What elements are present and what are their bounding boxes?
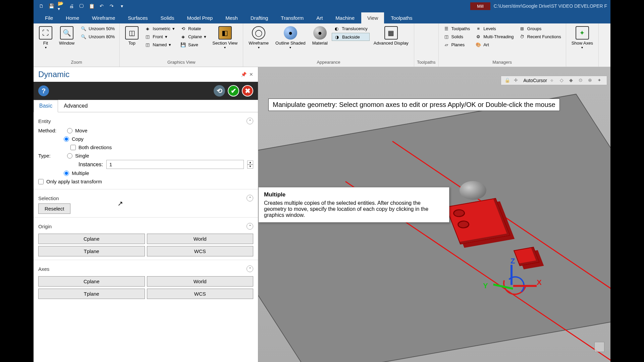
entity-collapse-icon[interactable]: ⌃ (247, 118, 253, 124)
cancel-button[interactable]: ✖ (242, 85, 253, 97)
axes-wcs-button[interactable]: WCS (147, 289, 254, 299)
tab-view[interactable]: View (361, 12, 384, 23)
toolpaths-mgr-button[interactable]: ☰Toolpaths (441, 25, 472, 32)
method-copy-radio[interactable]: Copy (64, 136, 84, 142)
axes-world-button[interactable]: World (147, 276, 254, 287)
tooltip-title: Multiple (264, 191, 444, 198)
translucency-button[interactable]: ◐Translucency (332, 25, 370, 32)
axes-tplane-button[interactable]: Tplane (38, 289, 145, 299)
cplane-view-button[interactable]: ◈Cplane ▾ (178, 33, 208, 40)
tab-advanced-panel[interactable]: Advanced (58, 100, 93, 112)
groups-mgr-button[interactable]: ⊞Groups (517, 25, 563, 32)
unzoom-50-button[interactable]: 🔍Unzoom 50% (78, 25, 117, 32)
tab-file[interactable]: File (39, 12, 59, 23)
method-move-radio[interactable]: Move (67, 128, 88, 133)
origin-world-button[interactable]: World (147, 234, 254, 244)
origin-cplane-button[interactable]: Cplane (38, 234, 145, 244)
save-view-button[interactable]: 💾Save (178, 41, 208, 48)
material-button[interactable]: ● Material (310, 25, 330, 47)
planes-mgr-button[interactable]: ▱Planes (441, 41, 472, 48)
graphics-viewport[interactable]: Manipulate geometry: Select gnomon axes … (258, 67, 610, 362)
base-plate (258, 94, 610, 362)
front-button[interactable]: ◫Front ▾ (143, 33, 177, 40)
help-button[interactable]: ? (38, 85, 49, 96)
tab-wireframe[interactable]: Wireframe (86, 12, 121, 23)
sphere-gray-icon: ● (313, 26, 327, 40)
axes-header: Axes (38, 266, 49, 272)
multi-icon: ⚙ (475, 34, 481, 40)
axis-z-handle[interactable] (511, 265, 513, 285)
art-icon: 🎨 (475, 42, 481, 48)
fit-button[interactable]: ⛶ Fit ▾ (36, 25, 55, 51)
save-view-icon: 💾 (180, 42, 186, 48)
undo-icon[interactable]: ↶ (98, 2, 105, 10)
ok-button[interactable]: ✔ (228, 85, 239, 97)
apply-button[interactable]: ⟲ (214, 85, 225, 97)
redo-icon[interactable]: ↷ (108, 2, 115, 10)
close-panel-icon[interactable]: ✕ (249, 72, 253, 77)
tab-transform[interactable]: Transform (275, 12, 310, 23)
art-mgr-button[interactable]: 🎨Art (473, 41, 516, 48)
only-last-check[interactable]: Only apply last transform (38, 179, 102, 184)
both-directions-check[interactable]: Both directions (70, 144, 112, 150)
multithreading-button[interactable]: ⚙Multi-Threading (473, 33, 516, 40)
tab-toolpaths[interactable]: Toolpaths (385, 12, 418, 23)
axes-cplane-button[interactable]: Cplane (38, 276, 145, 287)
tab-home[interactable]: Home (60, 12, 85, 23)
selection-collapse-icon[interactable]: ⌃ (247, 195, 253, 201)
context-tab[interactable]: Mill (470, 2, 490, 10)
sphere-blue-icon: ● (284, 26, 297, 40)
tab-surfaces[interactable]: Surfaces (122, 12, 154, 23)
advanced-display-button[interactable]: ▦ Advanced Display (371, 25, 411, 47)
type-label: Type: (38, 153, 64, 159)
save-icon[interactable]: 💾 (48, 2, 55, 10)
solids-mgr-button[interactable]: ◫Solids (441, 33, 472, 40)
tab-solids[interactable]: Solids (155, 12, 180, 23)
type-single-radio[interactable]: Single (67, 153, 89, 159)
origin-collapse-icon[interactable]: ⌃ (247, 223, 253, 230)
tab-machine[interactable]: Machine (329, 12, 361, 23)
backside-button[interactable]: ◑Backside (332, 33, 370, 41)
rotate-button[interactable]: ⟲Rotate (178, 25, 208, 32)
instances-up-icon[interactable]: ▲ (247, 161, 253, 165)
axis-x-handle[interactable] (513, 285, 537, 287)
ribbon-tabs: File Home Wireframe Surfaces Solids Mode… (34, 12, 610, 23)
tooltip: Multiple Creates multiple copies of the … (258, 187, 449, 223)
new-file-icon[interactable]: 🗋 (38, 2, 45, 10)
tab-mesh[interactable]: Mesh (219, 12, 244, 23)
tab-modelprep[interactable]: Model Prep (181, 12, 219, 23)
clipboard-icon[interactable]: 📋 (88, 2, 95, 10)
pin-icon[interactable]: 📌 (241, 72, 247, 77)
section-view-button[interactable]: ◧ Section View ▾ (210, 25, 240, 51)
print-icon[interactable]: 🖨 (68, 2, 75, 10)
tab-drafting[interactable]: Drafting (245, 12, 274, 23)
tab-art[interactable]: Art (310, 12, 329, 23)
window-button[interactable]: 🔍 Window (56, 25, 77, 47)
screen-icon[interactable]: 🖵 (78, 2, 85, 10)
levels-mgr-button[interactable]: ≡Levels (473, 25, 516, 32)
axes-collapse-icon[interactable]: ⌃ (247, 265, 253, 272)
qat-customize-icon[interactable]: ▾ (118, 2, 125, 10)
unzoom-80-button[interactable]: 🔍Unzoom 80% (78, 33, 117, 40)
named-button[interactable]: ◫Named ▾ (143, 41, 177, 48)
wireframe-button[interactable]: ◯ Wireframe ▾ (246, 25, 271, 51)
tab-basic[interactable]: Basic (34, 100, 58, 112)
selection-header: Selection (38, 195, 59, 201)
zoom-out-icon: 🔍 (80, 25, 87, 32)
instances-input[interactable] (106, 160, 244, 169)
type-multiple-radio[interactable]: Multiple (64, 170, 89, 176)
open-icon[interactable]: 📂▾ (58, 2, 65, 10)
method-label: Method: (38, 128, 64, 133)
top-button[interactable]: ◫ Top (122, 25, 141, 47)
recent-functions-button[interactable]: ⏱Recent Functions (517, 33, 563, 40)
view-cube-icon[interactable] (594, 342, 604, 352)
instances-down-icon[interactable]: ▼ (247, 165, 253, 169)
origin-wcs-button[interactable]: WCS (147, 246, 254, 256)
transform-gnomon[interactable]: X Y Z (490, 258, 543, 312)
outline-shaded-button[interactable]: ● Outline Shaded ▾ (273, 25, 308, 51)
isometric-button[interactable]: ◈Isometric ▾ (143, 25, 177, 32)
origin-header: Origin (38, 224, 52, 229)
show-axes-button[interactable]: ✦ Show Axes ▾ (569, 25, 596, 51)
reselect-button[interactable]: Reselect (38, 203, 70, 214)
origin-tplane-button[interactable]: Tplane (38, 246, 145, 256)
